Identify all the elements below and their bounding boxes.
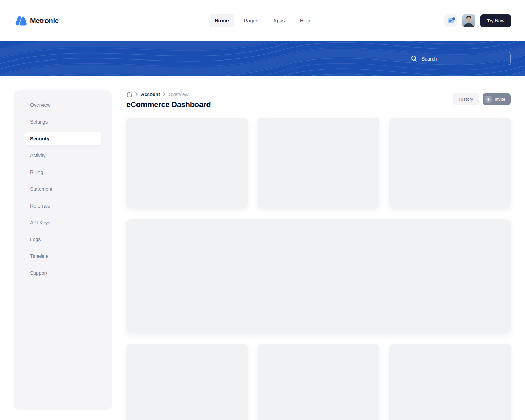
breadcrumb: Account Overview [126, 91, 188, 97]
app-header: Metronic Home Pages Apps Help [0, 0, 525, 41]
placeholder-card [389, 118, 511, 208]
sidebar-item-settings[interactable]: Settings [24, 115, 102, 128]
brand-logo[interactable]: Metronic [14, 15, 59, 26]
cards-row-bottom [126, 344, 511, 420]
sidebar-item-billing[interactable]: Billing [24, 166, 102, 179]
page-title: eCommerce Dashboard [126, 100, 211, 109]
notification-icon [448, 18, 454, 23]
header-actions: Try Now [444, 14, 511, 27]
main-content: Account Overview eCommerce Dashboard His… [126, 76, 511, 420]
hero-banner [0, 41, 525, 76]
search-input[interactable] [421, 56, 505, 62]
sidebar-item-timeline[interactable]: Timeline [24, 250, 102, 263]
search-icon [411, 55, 418, 62]
breadcrumb-account[interactable]: Account [141, 92, 160, 97]
history-button[interactable]: History [453, 93, 479, 105]
brand-name: Metronic [30, 17, 59, 25]
user-avatar[interactable] [462, 14, 475, 27]
try-now-button[interactable]: Try Now [480, 14, 511, 27]
page-actions: History Invite [453, 93, 511, 105]
nav-item-home[interactable]: Home [209, 14, 234, 27]
sidebar-item-statement[interactable]: Statement [24, 182, 102, 196]
search-box[interactable] [406, 52, 511, 65]
sidebar-item-activity[interactable]: Activity [24, 149, 102, 162]
notification-button[interactable] [444, 14, 457, 27]
plus-icon [485, 96, 492, 103]
chevron-right-icon [135, 92, 138, 96]
invite-button-label: Invite [495, 97, 505, 102]
account-sidebar: Overview Settings Security Activity Bill… [14, 90, 112, 410]
nav-item-help[interactable]: Help [294, 14, 316, 27]
placeholder-card [126, 344, 248, 420]
sidebar-item-referrals[interactable]: Referrals [24, 199, 102, 212]
placeholder-card [389, 344, 511, 420]
sidebar-item-security[interactable]: Security [24, 132, 102, 145]
placeholder-card-wide [126, 219, 511, 333]
sidebar-item-api-keys[interactable]: API Keys [24, 216, 102, 229]
breadcrumb-overview: Overview [169, 92, 188, 97]
sidebar-item-logs[interactable]: Logs [24, 233, 102, 246]
sidebar-item-support[interactable]: Support [24, 266, 102, 280]
placeholder-card [258, 118, 379, 208]
main-nav: Home Pages Apps Help [209, 14, 316, 27]
metronic-logo-mark-icon [14, 15, 27, 26]
nav-item-pages[interactable]: Pages [238, 14, 264, 27]
chevron-right-icon [163, 92, 166, 96]
home-icon[interactable] [126, 91, 132, 97]
nav-item-apps[interactable]: Apps [267, 14, 291, 27]
cards-row-top [126, 118, 511, 208]
sidebar-item-overview[interactable]: Overview [24, 98, 102, 112]
placeholder-card [126, 118, 248, 208]
placeholder-card [258, 344, 379, 420]
invite-button[interactable]: Invite [483, 93, 511, 105]
